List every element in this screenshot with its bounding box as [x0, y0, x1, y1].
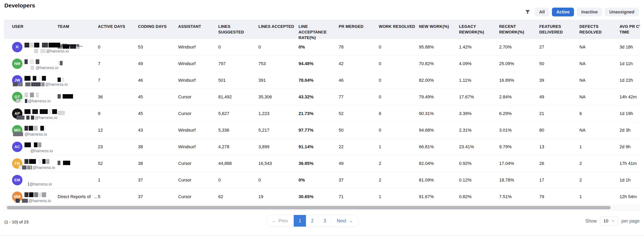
cell-assistant: Windsurf	[178, 44, 218, 50]
column-header-team: TEAM	[58, 24, 98, 39]
cell-lines_suggested: 501	[218, 78, 258, 83]
cell-legacy_rework: 1.42%	[459, 44, 499, 50]
cell-active_days: 9	[98, 111, 138, 116]
filter-active-button[interactable]: Active	[552, 7, 574, 16]
table-row[interactable]: NM@harness.io749Windsurf79775394.48%4207…	[4, 55, 640, 72]
redaction-blocks	[24, 76, 46, 81]
redaction-blocks	[24, 192, 47, 197]
cell-coding_days: 45	[138, 111, 178, 116]
cell-lines_accepted: 3,899	[258, 144, 298, 149]
user-email: @harness.io	[16, 115, 58, 120]
cell-lines_suggested: 81,492	[218, 94, 258, 100]
cell-active_days: 23	[98, 144, 138, 149]
horizontal-scrollbar[interactable]	[4, 205, 640, 210]
cell-recent_rework: 7.51%	[499, 194, 539, 199]
cell-recent_rework: 18.78%	[499, 178, 539, 183]
cell-recent_rework: 3.01%	[499, 128, 539, 133]
cell-assistant: Cursor	[178, 94, 218, 100]
page-3-button[interactable]: 3	[318, 215, 331, 227]
redaction-blocks	[24, 109, 58, 114]
team-cell	[58, 61, 98, 66]
table-row[interactable]: EM@harness.io137Cursor000%37281.09%0.12%…	[4, 172, 640, 189]
cell-pr_merged: 37	[339, 178, 379, 183]
user-email: @harness.io	[34, 49, 69, 53]
column-header-recent_rework: RECENT REWORK(%)	[499, 24, 539, 39]
table-row[interactable]: MO@harness.io1243Windsurf5,3365,21797.77…	[4, 122, 640, 139]
table-row[interactable]: AC@harness.io2338Windsurf4,2783,89991.14…	[4, 139, 640, 155]
redaction-blocks	[24, 142, 42, 147]
next-page-button[interactable]: Next→	[331, 215, 358, 227]
cell-lines_accepted: 35,306	[258, 94, 298, 100]
redaction-blocks	[24, 159, 50, 164]
table-body: R@harnes...@harness.io053Windsurf000%780…	[4, 39, 640, 205]
cell-recent_rework: 2.70%	[499, 44, 539, 50]
user-cell: FB@harness.io	[4, 155, 58, 172]
cell-lines_accepted: 19	[258, 194, 298, 199]
filter-funnel-icon[interactable]	[525, 9, 531, 15]
cell-line_acceptance_rate: 36.85%	[298, 161, 339, 166]
cell-coding_days: 37	[138, 178, 178, 183]
user-email: @harness.io	[19, 165, 55, 170]
page-2-button[interactable]: 2	[306, 215, 318, 227]
table-row[interactable]: GT@harness.io3645Cursor81,49235,30643.32…	[4, 89, 640, 105]
cell-work_resolved: 0	[379, 61, 419, 66]
user-name-redacted	[24, 159, 50, 164]
cell-legacy_rework: 23.41%	[459, 144, 499, 149]
cell-coding_days: 46	[138, 78, 178, 83]
table-row[interactable]: AP@harness.io945Cursor5,6271,22321.73%52…	[4, 105, 640, 122]
cell-line_acceptance_rate: 91.14%	[298, 144, 339, 149]
cell-lines_suggested: 5,336	[218, 128, 258, 133]
redaction-blocks	[16, 99, 28, 103]
cell-new_work: 82.00%	[419, 78, 459, 83]
cell-pr_merged: 77	[339, 94, 379, 100]
next-label: Next	[337, 218, 346, 224]
cell-lines_accepted: 391	[258, 78, 298, 83]
user-cell: AP@harness.io	[4, 105, 58, 122]
cell-work_resolved: 0	[379, 128, 419, 133]
table-header-row: USERTEAMACTIVE DAYSCODING DAYSASSISTANTL…	[4, 20, 640, 39]
cell-avg_pr_cycle_time: 1d 19h	[620, 111, 640, 116]
cell-assistant: Cursor	[178, 111, 218, 116]
cell-work_resolved: 1	[379, 194, 419, 199]
cell-lines_accepted: 1,223	[258, 111, 298, 116]
redaction-blocks	[16, 116, 35, 120]
redaction-blocks	[24, 126, 47, 131]
table-row[interactable]: MM@harness.ioDirect Reports of...537Curs…	[4, 189, 640, 205]
show-label: Show	[585, 218, 597, 224]
table-row[interactable]: R@harnes...@harness.io053Windsurf000%780…	[4, 39, 640, 55]
prev-page-button[interactable]: ←Prev	[266, 215, 294, 227]
cell-features_delivered: 49	[539, 94, 580, 100]
cell-lines_suggested: 5,627	[218, 111, 258, 116]
table-row[interactable]: JW@harness.io746Windsurf50139178.04%4608…	[4, 72, 640, 89]
page-1-button[interactable]: 1	[294, 215, 306, 227]
filter-unassigned-button[interactable]: Unassigned	[605, 7, 639, 16]
filter-all-button[interactable]: All	[535, 7, 549, 16]
cell-avg_pr_cycle_time: 1d 1h	[620, 178, 640, 183]
cell-line_acceptance_rate: 43.32%	[298, 94, 339, 100]
cell-lines_suggested: 44,888	[218, 161, 258, 166]
cell-assistant: Cursor	[178, 178, 218, 183]
cell-recent_rework: 9.79%	[499, 144, 539, 149]
page-size-group: Show 10 per page	[585, 216, 640, 226]
team-cell: Direct Reports of...	[58, 194, 98, 199]
column-header-coding_days: CODING DAYS	[138, 24, 178, 39]
scrollbar-thumb[interactable]	[7, 206, 611, 209]
column-header-line_acceptance_rate: LINE ACCEPTANCE RATE(%)	[298, 24, 339, 39]
column-header-defects_resolved: DEFECTS RESOLVED	[580, 24, 620, 39]
cell-defects_resolved: 6	[580, 111, 620, 116]
table-row[interactable]: FB@harness.io5238Cursor44,88816,54336.85…	[4, 155, 640, 172]
page-size-select[interactable]: 10	[600, 216, 618, 226]
cell-features_delivered: 79	[539, 194, 580, 199]
cell-avg_pr_cycle_time: 12h 54m	[620, 194, 640, 199]
cell-line_acceptance_rate: 0%	[298, 178, 339, 183]
filter-inactive-button[interactable]: Inactive	[577, 7, 602, 16]
redaction-blocks	[24, 43, 61, 47]
cell-coding_days: 49	[138, 61, 178, 66]
cell-avg_pr_cycle_time: 17h 41m	[620, 161, 640, 166]
cell-pr_merged: 71	[339, 194, 379, 199]
user-cell: AC@harness.io	[4, 139, 58, 155]
cell-avg_pr_cycle_time: 1d 22h	[620, 78, 640, 83]
left-arrow-icon: ←	[272, 218, 276, 224]
user-email: @harness.io	[31, 65, 58, 70]
cell-work_resolved: 0	[379, 78, 419, 83]
